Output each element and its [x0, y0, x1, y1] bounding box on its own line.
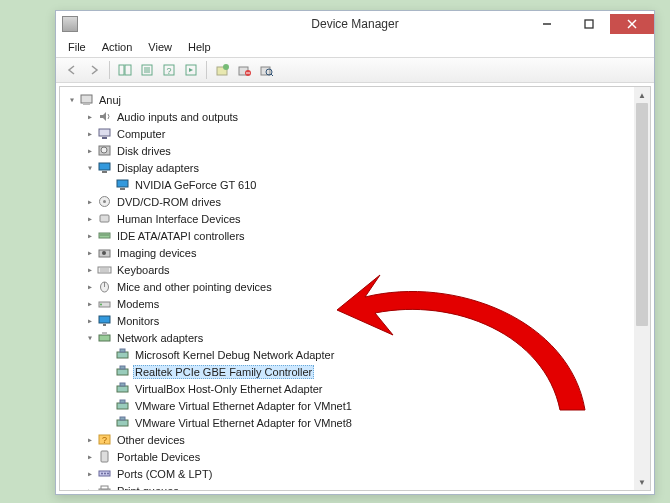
tree-item-label: Realtek PCIe GBE Family Controller [133, 365, 314, 379]
tree-item-nvidia[interactable]: NVIDIA GeForce GT 610 [102, 176, 650, 193]
svg-rect-28 [102, 171, 107, 173]
tree-item-label: Imaging devices [115, 247, 199, 259]
minimize-button[interactable] [526, 14, 568, 34]
tree-item-label: DVD/CD-ROM drives [115, 196, 223, 208]
svg-rect-45 [99, 316, 110, 323]
expand-icon[interactable]: ▸ [84, 281, 96, 292]
netchild-icon [115, 347, 130, 362]
expand-icon[interactable]: ▸ [84, 230, 96, 241]
close-button[interactable] [610, 14, 654, 34]
expand-icon[interactable]: ▸ [84, 315, 96, 326]
device-tree[interactable]: ▾Anuj▸Audio inputs and outputs▸Computer▸… [60, 87, 650, 490]
svg-rect-51 [117, 369, 128, 375]
show-hide-tree-button[interactable] [115, 60, 135, 80]
tree-item-label: Print queues [115, 485, 181, 491]
expand-icon[interactable]: ▸ [84, 451, 96, 462]
tree-item-mice[interactable]: ▸Mice and other pointing devices [84, 278, 650, 295]
svg-rect-47 [99, 335, 110, 341]
scroll-up-icon[interactable]: ▲ [634, 87, 650, 103]
tree-item-imaging[interactable]: ▸Imaging devices [84, 244, 650, 261]
svg-rect-57 [117, 420, 128, 426]
uninstall-button[interactable] [234, 60, 254, 80]
expand-icon[interactable]: ▸ [84, 264, 96, 275]
tree-item-dvd[interactable]: ▸DVD/CD-ROM drives [84, 193, 650, 210]
tree-item-monitors[interactable]: ▸Monitors [84, 312, 650, 329]
tree-item-mskernel[interactable]: Microsoft Kernel Debug Network Adapter [102, 346, 650, 363]
vertical-scrollbar[interactable]: ▲ ▼ [634, 87, 650, 490]
menu-file[interactable]: File [60, 39, 94, 55]
tree-item-network[interactable]: ▾Network adapters [84, 329, 650, 346]
help-button[interactable]: ? [159, 60, 179, 80]
tree-item-vbox[interactable]: VirtualBox Host-Only Ethernet Adapter [102, 380, 650, 397]
scan-hardware-button[interactable] [256, 60, 276, 80]
nav-forward-button[interactable] [84, 60, 104, 80]
svg-rect-5 [125, 65, 131, 75]
nav-back-button[interactable] [62, 60, 82, 80]
tree-item-hid[interactable]: ▸Human Interface Devices [84, 210, 650, 227]
svg-rect-22 [83, 103, 90, 105]
svg-point-14 [223, 64, 229, 70]
tree-item-audio[interactable]: ▸Audio inputs and outputs [84, 108, 650, 125]
tree-item-label: Microsoft Kernel Debug Network Adapter [133, 349, 336, 361]
svg-rect-24 [102, 137, 107, 139]
menubar: File Action View Help [56, 37, 654, 57]
menu-help[interactable]: Help [180, 39, 219, 55]
tree-item-label: IDE ATA/ATAPI controllers [115, 230, 247, 242]
maximize-button[interactable] [568, 14, 610, 34]
collapse-icon[interactable]: ▾ [84, 332, 96, 343]
expand-icon[interactable]: ▸ [84, 434, 96, 445]
expand-icon[interactable]: ▸ [84, 298, 96, 309]
expand-icon[interactable]: ▸ [84, 145, 96, 156]
scroll-thumb[interactable] [636, 103, 648, 326]
dvd-icon [97, 194, 112, 209]
svg-point-26 [101, 147, 107, 153]
tree-item-ports[interactable]: ▸Ports (COM & LPT) [84, 465, 650, 482]
svg-rect-55 [117, 403, 128, 409]
expand-icon[interactable]: ▸ [84, 213, 96, 224]
tree-item-vmnet8[interactable]: VMware Virtual Ethernet Adapter for VMne… [102, 414, 650, 431]
tree-item-computer[interactable]: ▸Computer [84, 125, 650, 142]
svg-point-37 [102, 251, 106, 255]
tree-item-other[interactable]: ▸?Other devices [84, 431, 650, 448]
svg-text:?: ? [166, 66, 171, 76]
expand-icon[interactable]: ▸ [84, 468, 96, 479]
tree-item-label: Computer [115, 128, 167, 140]
netchild-icon [115, 415, 130, 430]
collapse-icon[interactable]: ▾ [84, 162, 96, 173]
tree-item-vmnet1[interactable]: VMware Virtual Ethernet Adapter for VMne… [102, 397, 650, 414]
expand-icon[interactable]: ▸ [84, 196, 96, 207]
monitors-icon [97, 313, 112, 328]
titlebar[interactable]: Device Manager [56, 11, 654, 37]
tree-item-label: Mice and other pointing devices [115, 281, 274, 293]
tree-item-ide[interactable]: ▸IDE ATA/ATAPI controllers [84, 227, 650, 244]
tree-item-printq[interactable]: ▸Print queues [84, 482, 650, 490]
scroll-down-icon[interactable]: ▼ [634, 474, 650, 490]
tree-item-realtek[interactable]: Realtek PCIe GBE Family Controller [102, 363, 650, 380]
collapse-icon[interactable]: ▾ [66, 94, 78, 105]
update-driver-button[interactable] [212, 60, 232, 80]
svg-rect-53 [117, 386, 128, 392]
tree-item-disk[interactable]: ▸Disk drives [84, 142, 650, 159]
menu-view[interactable]: View [140, 39, 180, 55]
svg-rect-49 [117, 352, 128, 358]
expand-icon[interactable]: ▸ [84, 128, 96, 139]
svg-rect-46 [103, 324, 106, 326]
netchild-icon [115, 364, 130, 379]
action-button[interactable] [181, 60, 201, 80]
imaging-icon [97, 245, 112, 260]
tree-item-keyboards[interactable]: ▸Keyboards [84, 261, 650, 278]
tree-item-display[interactable]: ▾Display adapters [84, 159, 650, 176]
svg-rect-58 [120, 417, 125, 420]
tree-item-label: Ports (COM & LPT) [115, 468, 214, 480]
disk-icon [97, 143, 112, 158]
properties-button[interactable] [137, 60, 157, 80]
tree-item-root[interactable]: ▾Anuj [66, 91, 650, 108]
tree-item-label: VMware Virtual Ethernet Adapter for VMne… [133, 417, 354, 429]
expand-icon[interactable]: ▸ [84, 247, 96, 258]
expand-icon[interactable]: ▸ [84, 485, 96, 490]
tree-item-label: Disk drives [115, 145, 173, 157]
tree-item-portable[interactable]: ▸Portable Devices [84, 448, 650, 465]
menu-action[interactable]: Action [94, 39, 141, 55]
expand-icon[interactable]: ▸ [84, 111, 96, 122]
tree-item-modems[interactable]: ▸Modems [84, 295, 650, 312]
